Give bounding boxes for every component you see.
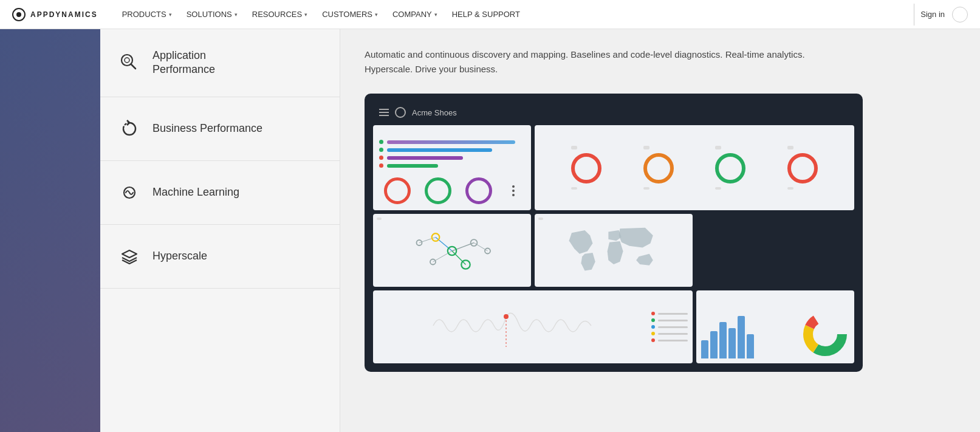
sidebar-item-business-performance[interactable]: Business Performance (100, 97, 340, 161)
nav-divider (914, 4, 914, 26)
chevron-down-icon: ▾ (235, 12, 238, 18)
sidebar-item-application-performance[interactable]: ApplicationPerformance (100, 29, 340, 97)
dashboard-grid (373, 125, 854, 363)
logo-text: APPDYNAMICS (30, 10, 98, 19)
dashboard-logo-icon (395, 107, 406, 118)
sidebar-item-machine-learning[interactable]: Machine Learning (100, 161, 340, 225)
svg-line-1 (131, 64, 136, 69)
chevron-down-icon: ▾ (304, 12, 307, 18)
nav-right: Sign in (920, 7, 968, 22)
svg-point-23 (815, 324, 835, 344)
dashboard-mockup: Acme Shoes (365, 94, 863, 372)
network-graph-card (373, 214, 531, 287)
dashboard-topbar: Acme Shoes (373, 102, 854, 125)
waveform-card (373, 290, 693, 363)
signin-button[interactable]: Sign in (920, 10, 945, 19)
sidebar-item-hyperscale[interactable]: Hyperscale (100, 225, 340, 289)
dashboard-app-name: Acme Shoes (412, 108, 457, 117)
svg-marker-4 (122, 250, 137, 258)
nav-item-resources[interactable]: RESOURCES ▾ (246, 0, 314, 29)
svg-point-2 (125, 58, 129, 63)
world-map-card (535, 214, 693, 287)
chevron-down-icon: ▾ (169, 12, 172, 18)
nav-item-customers[interactable]: CUSTOMERS ▾ (316, 0, 384, 29)
page-body: ApplicationPerformance Business Performa… (0, 29, 980, 432)
logo-icon (12, 8, 26, 21)
bar-donut-card (696, 290, 854, 363)
application-performance-label: ApplicationPerformance (152, 49, 215, 77)
hamburger-icon (379, 109, 389, 116)
search-circle-icon (117, 50, 142, 75)
hyperscale-label: Hyperscale (152, 249, 207, 263)
sync-circle-icon (117, 117, 142, 141)
description-text: Automatic and continuous discovery and m… (365, 47, 851, 77)
nav-item-company[interactable]: COMPANY ▾ (386, 0, 444, 29)
avatar (952, 7, 968, 22)
main-content: Automatic and continuous discovery and m… (340, 29, 980, 432)
ml-icon (117, 180, 142, 205)
circles-row-card (535, 125, 854, 210)
chevron-down-icon: ▾ (434, 12, 437, 18)
bar-chart-card (373, 125, 531, 210)
main-nav: APPDYNAMICS PRODUCTS ▾ SOLUTIONS ▾ RESOU… (0, 0, 980, 29)
sidebar: ApplicationPerformance Business Performa… (100, 29, 340, 432)
business-performance-label: Business Performance (152, 122, 262, 135)
nav-item-solutions[interactable]: SOLUTIONS ▾ (180, 0, 244, 29)
svg-line-8 (433, 251, 453, 262)
left-hero-image (0, 29, 100, 432)
nav-items: PRODUCTS ▾ SOLUTIONS ▾ RESOURCES ▾ CUSTO… (116, 0, 908, 29)
layers-icon (117, 244, 142, 269)
logo[interactable]: APPDYNAMICS (12, 8, 98, 21)
machine-learning-label: Machine Learning (152, 185, 239, 199)
nav-item-products[interactable]: PRODUCTS ▾ (116, 0, 178, 29)
nav-item-help[interactable]: HELP & SUPPORT (446, 0, 526, 29)
chevron-down-icon: ▾ (375, 12, 378, 18)
svg-line-7 (452, 251, 466, 265)
